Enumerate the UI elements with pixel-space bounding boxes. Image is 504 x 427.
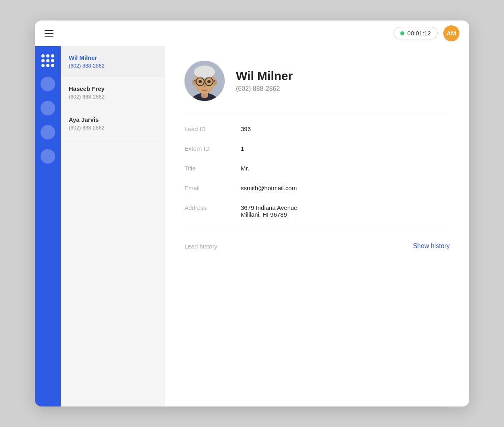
svg-line-10 [194, 81, 196, 81]
detail-value-address: 3679 Indiana Avenue Mililani, HI 96789 [241, 204, 297, 218]
contact-list: Wil Milner (602) 888-2862 Haseeb Frey (6… [61, 46, 165, 406]
top-bar: 00:01:12 AM [35, 21, 469, 46]
sidebar-nav [35, 46, 61, 406]
detail-row-address: Address 3679 Indiana Avenue Mililani, HI… [184, 204, 450, 218]
detail-label-lead-id: Lead ID [184, 125, 241, 132]
show-history-button[interactable]: Show history [413, 242, 450, 250]
app-window: 00:01:12 AM [35, 21, 469, 406]
profile-name: Wil Milner [236, 69, 293, 83]
contact-item-wil-milner[interactable]: Wil Milner (602) 888-2862 [61, 46, 165, 77]
detail-row-lead-id: Lead ID 396 [184, 125, 450, 132]
detail-label-address: Address [184, 204, 241, 211]
hamburger-menu[interactable] [45, 30, 53, 37]
detail-panel: Wil Milner (602) 888-2862 Lead ID 396 Ex… [165, 46, 469, 406]
timer-dot [400, 31, 404, 35]
contact-name: Wil Milner [69, 54, 157, 61]
nav-grid-icon[interactable] [41, 54, 54, 67]
svg-point-4 [194, 66, 215, 78]
lead-history-label: Lead history [184, 243, 217, 250]
svg-point-5 [192, 80, 196, 85]
svg-point-12 [199, 80, 202, 83]
detail-label-email: Email [184, 185, 241, 191]
sidebar-nav-item-3[interactable] [41, 125, 55, 140]
contact-phone: (602) 888-2862 [69, 63, 157, 69]
detail-row-extern-id: Extern ID 1 [184, 145, 450, 152]
contact-item-haseeb-frey[interactable]: Haseeb Frey (602) 888-2862 [61, 77, 165, 108]
profile-phone: (602) 888-2862 [236, 85, 293, 92]
detail-value-title: Mr. [241, 165, 249, 172]
detail-rows: Lead ID 396 Extern ID 1 Title Mr. Email … [184, 125, 450, 218]
profile-info: Wil Milner (602) 888-2862 [236, 69, 293, 92]
contact-item-aya-jarvis[interactable]: Aya Jarvis (602) 888-2862 [61, 108, 165, 139]
avatar-initials: AM [447, 30, 456, 37]
contact-name: Haseeb Frey [69, 85, 157, 92]
detail-value-extern-id: 1 [241, 145, 244, 152]
detail-label-title: Title [184, 165, 241, 172]
sidebar-nav-item-1[interactable] [41, 77, 55, 91]
svg-point-6 [213, 80, 217, 85]
sidebar-nav-item-4[interactable] [41, 149, 55, 164]
timer-value: 00:01:12 [408, 30, 431, 37]
detail-label-extern-id: Extern ID [184, 145, 241, 152]
detail-value-email: ssmith@hotmail.com [241, 185, 297, 191]
main-content: Wil Milner (602) 888-2862 Haseeb Frey (6… [35, 46, 469, 406]
top-bar-right: 00:01:12 AM [393, 25, 459, 41]
detail-value-lead-id: 396 [241, 125, 251, 132]
contact-phone: (602) 888-2862 [69, 125, 157, 131]
lead-history-row: Lead history Show history [184, 242, 450, 250]
detail-row-title: Title Mr. [184, 165, 450, 172]
timer-badge: 00:01:12 [393, 27, 438, 39]
contact-phone: (602) 888-2862 [69, 94, 157, 100]
bottom-divider [184, 231, 450, 231]
avatar-badge[interactable]: AM [443, 25, 459, 41]
profile-avatar [184, 61, 225, 101]
svg-point-13 [207, 80, 211, 83]
detail-row-email: Email ssmith@hotmail.com [184, 185, 450, 191]
svg-line-11 [213, 81, 215, 81]
contact-name: Aya Jarvis [69, 116, 157, 123]
profile-header: Wil Milner (602) 888-2862 [184, 61, 450, 101]
sidebar-nav-item-2[interactable] [41, 101, 55, 115]
header-divider [184, 114, 450, 114]
